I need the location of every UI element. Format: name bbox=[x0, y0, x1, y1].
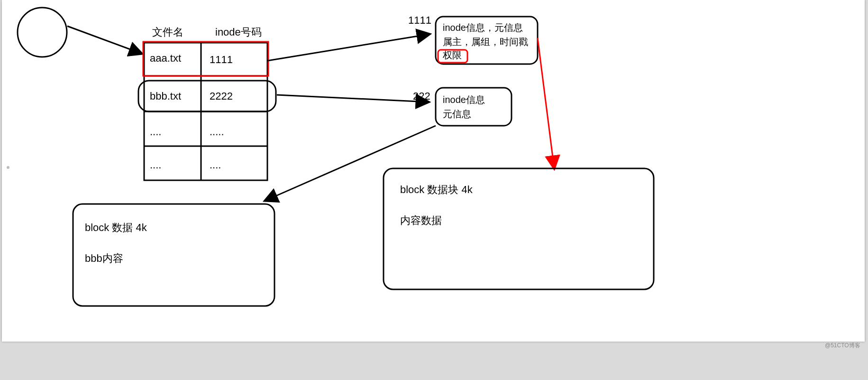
inode-top-line3: 权限 bbox=[443, 49, 462, 62]
svg-line-10 bbox=[277, 95, 429, 102]
block-right-line2: 内容数据 bbox=[400, 213, 442, 228]
inode-top-line2: 属主，属组，时间戳 bbox=[443, 36, 528, 48]
arrow-label-top: 1111 bbox=[408, 14, 431, 27]
cell-r1-inode: 2222 bbox=[210, 90, 233, 102]
cell-r0-filename: aaa.txt bbox=[150, 52, 181, 65]
cell-r2-inode: ..... bbox=[210, 126, 224, 138]
decorative-dot-left bbox=[7, 166, 9, 169]
inode-mid-line1: inode信息 bbox=[443, 93, 485, 106]
cell-r0-inode: 1111 bbox=[210, 54, 233, 66]
inode-top-line1: inode信息，元信息 bbox=[443, 21, 523, 34]
block-left-line2: bbb内容 bbox=[85, 251, 123, 266]
block-right-line1: block 数据块 4k bbox=[400, 183, 473, 197]
inode-mid-line2: 元信息 bbox=[443, 108, 471, 120]
cell-r2-filename: .... bbox=[150, 126, 161, 138]
svg-line-15 bbox=[538, 38, 554, 168]
watermark: @51CTO博客 bbox=[825, 342, 860, 350]
header-filename: 文件名 bbox=[152, 25, 183, 39]
svg-point-0 bbox=[18, 8, 67, 57]
header-inode-number: inode号码 bbox=[215, 25, 262, 39]
svg-line-9 bbox=[267, 34, 429, 61]
cell-r3-filename: .... bbox=[150, 159, 161, 171]
block-left-line1: block 数据 4k bbox=[85, 221, 147, 235]
arrow-label-mid: 222 bbox=[413, 90, 430, 102]
cell-r1-filename: bbb.txt bbox=[150, 90, 181, 102]
cell-r3-inode: .... bbox=[210, 159, 221, 171]
diagram-canvas: 文件名 inode号码 aaa.txt 1111 bbb.txt 2222 ..… bbox=[2, 0, 865, 342]
diagram-svg bbox=[2, 0, 865, 342]
svg-line-1 bbox=[67, 26, 142, 54]
